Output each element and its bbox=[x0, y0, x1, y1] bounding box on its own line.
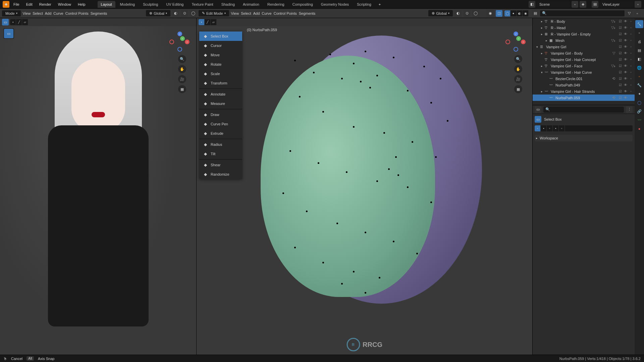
tool-extrude[interactable]: ◆Extrude bbox=[199, 129, 242, 138]
tab-tool-icon[interactable]: 🔧 bbox=[635, 20, 643, 28]
hdr-curve-r[interactable]: Curve bbox=[262, 11, 271, 15]
mode-dropdown-left[interactable]: Mode▾ bbox=[2, 10, 21, 16]
eye-icon[interactable]: 👁 bbox=[623, 77, 628, 80]
eye-icon[interactable]: 👁 bbox=[623, 64, 628, 68]
viewport-left[interactable]: ▭ ▪╱▱ ▭ X Y Z 🔍 ✋ 🎥 ▦ bbox=[0, 18, 197, 355]
hdr-add-r[interactable]: Add bbox=[253, 11, 260, 15]
disclosure-icon[interactable]: ▸ bbox=[540, 64, 543, 68]
tab-modifier-icon[interactable]: 🔧 bbox=[635, 81, 643, 89]
pivot-l[interactable]: ◐ bbox=[172, 10, 179, 17]
tab-texture-paint[interactable]: Texture Paint bbox=[188, 1, 216, 8]
props-options[interactable]: ⋮ bbox=[626, 106, 633, 113]
disclosure-icon[interactable]: ▾ bbox=[535, 45, 539, 49]
tab-compositing[interactable]: Compositing bbox=[289, 1, 316, 8]
shading-modes[interactable]: ◯ ● ◐ ◉ bbox=[504, 10, 529, 16]
tab-scene-icon[interactable]: ◧ bbox=[635, 55, 643, 63]
orient-r[interactable]: ⊕Global▾ bbox=[428, 10, 453, 16]
eye-icon[interactable]: 👁 bbox=[623, 58, 628, 61]
eye-icon[interactable]: 👁 bbox=[623, 51, 628, 55]
hdr-curve-l[interactable]: Curve bbox=[53, 11, 63, 15]
hdr-view-r[interactable]: View bbox=[231, 11, 239, 15]
shading-matprev-icon[interactable]: ◐ bbox=[517, 10, 523, 16]
exclude-icon[interactable]: ☑ bbox=[618, 26, 623, 29]
tab-output-icon[interactable]: 🖨 bbox=[635, 38, 643, 46]
tab-modeling[interactable]: Modeling bbox=[117, 1, 139, 8]
exclude-icon[interactable]: ☑ bbox=[618, 58, 623, 61]
new-scene[interactable]: ▫ bbox=[572, 1, 578, 8]
menu-render[interactable]: Render bbox=[37, 1, 54, 8]
tool-select-l[interactable]: ▭ bbox=[4, 29, 13, 38]
overlay-toggle[interactable]: ◉ bbox=[487, 10, 494, 17]
outliner-search[interactable]: 🔍 bbox=[540, 10, 625, 16]
eye-icon[interactable]: 👁 bbox=[623, 26, 628, 29]
camera-icon[interactable]: 🎥 bbox=[514, 75, 522, 83]
selection-mode-strip[interactable]: ▫ ▪ ▫ ▪ ▫ bbox=[535, 125, 633, 131]
exclude-icon[interactable]: ☑ bbox=[618, 45, 623, 49]
eye-icon[interactable]: 👁 bbox=[623, 70, 628, 74]
tab-data-icon[interactable]: 〰 bbox=[635, 116, 643, 124]
exclude-icon[interactable]: ☑ bbox=[618, 89, 623, 93]
disable-icon[interactable]: ▫ bbox=[629, 39, 633, 42]
eye-icon[interactable]: 👁 bbox=[623, 39, 628, 42]
orient-l[interactable]: ⊕Global▾ bbox=[146, 10, 170, 16]
tool-rotate[interactable]: ◆Rotate bbox=[199, 60, 242, 69]
nav-gizmo-left[interactable]: X Y Z bbox=[169, 32, 190, 52]
tab-material-icon[interactable]: ● bbox=[635, 125, 643, 133]
tab-constraint-icon[interactable]: 🔗 bbox=[635, 107, 643, 115]
hdr-segments-r[interactable]: Segments bbox=[299, 11, 316, 15]
menu-file[interactable]: File bbox=[11, 1, 22, 8]
tool-annotate[interactable]: ◆Annotate bbox=[199, 89, 242, 99]
outliner-row[interactable]: ▸▦Mesh▽₂☑👁▫ bbox=[533, 37, 635, 44]
exclude-icon[interactable]: ☑ bbox=[618, 39, 623, 42]
disable-icon[interactable]: ▫ bbox=[629, 83, 633, 87]
menu-window[interactable]: Window bbox=[55, 1, 74, 8]
eye-icon[interactable]: 👁 bbox=[623, 83, 628, 87]
menu-help[interactable]: Help bbox=[75, 1, 88, 8]
tool-cursor[interactable]: ◆Cursor bbox=[199, 41, 242, 50]
disable-icon[interactable]: ▫ bbox=[629, 96, 633, 100]
tool-randomize[interactable]: ◆Randomize bbox=[199, 170, 242, 179]
viewport-right[interactable]: ▪╱▱ bbox=[197, 18, 533, 355]
exclude-icon[interactable]: ☑ bbox=[618, 19, 623, 23]
camera-icon[interactable]: 🎥 bbox=[178, 75, 186, 83]
hdr-cpoints-r[interactable]: Control Points bbox=[274, 11, 297, 15]
tab-physics-icon[interactable]: ◯ bbox=[635, 99, 643, 107]
outliner-row[interactable]: ▸▽Vampire Girl - Face▽₃☑👁▫ bbox=[533, 63, 635, 69]
tab-layout[interactable]: Layout bbox=[98, 1, 115, 8]
outliner-row[interactable]: ▽Vampire Girl - Hair Concept☑👁▫ bbox=[533, 56, 635, 63]
outliner-row[interactable]: 〰NurbsPath.059⟲☑👁▫ bbox=[533, 95, 635, 101]
disclosure-icon[interactable]: ▸ bbox=[540, 90, 543, 93]
workspace-panel[interactable]: ▸ Workspace bbox=[535, 135, 633, 141]
disable-icon[interactable]: ▫ bbox=[629, 51, 633, 55]
exclude-icon[interactable]: ☑ bbox=[618, 77, 623, 80]
tab-uv-editing[interactable]: UV Editing bbox=[163, 1, 187, 8]
tab-render-icon[interactable]: ▫ bbox=[635, 29, 643, 37]
eye-icon[interactable]: 👁 bbox=[623, 96, 628, 100]
outliner-filter[interactable]: ▽ bbox=[626, 10, 633, 17]
hdr-cpoints-l[interactable]: Control Points bbox=[65, 11, 89, 15]
persp-icon[interactable]: ▦ bbox=[514, 85, 522, 93]
sel-mode-strip-l[interactable]: ▪╱▱ bbox=[10, 19, 28, 25]
eye-icon[interactable]: 👁 bbox=[623, 89, 628, 93]
tool-scale[interactable]: ◆Scale bbox=[199, 69, 242, 78]
exclude-icon[interactable]: ☑ bbox=[618, 70, 623, 74]
pan-icon[interactable]: ✋ bbox=[514, 65, 522, 73]
xray-toggle[interactable]: ◫ bbox=[496, 10, 502, 17]
add-workspace[interactable]: + bbox=[376, 1, 383, 8]
shading-wire-icon[interactable]: ◯ bbox=[504, 10, 511, 16]
tab-object-icon[interactable]: ▫ bbox=[635, 72, 643, 80]
exclude-icon[interactable]: ☑ bbox=[618, 64, 623, 68]
persp-icon[interactable]: ▦ bbox=[178, 85, 186, 93]
tab-animation[interactable]: Animation bbox=[239, 1, 263, 8]
eye-icon[interactable]: 👁 bbox=[623, 19, 628, 23]
tool-radius[interactable]: ◆Radius bbox=[199, 140, 242, 149]
nav-gizmo-right[interactable]: X Y Z bbox=[505, 32, 526, 52]
disable-icon[interactable]: ▫ bbox=[629, 19, 633, 23]
tab-rendering[interactable]: Rendering bbox=[264, 1, 288, 8]
hdr-select-r[interactable]: Select bbox=[241, 11, 251, 15]
hdr-select-l[interactable]: Select bbox=[33, 11, 43, 15]
disclosure-icon[interactable]: ▸ bbox=[540, 26, 543, 29]
disclosure-icon[interactable]: ▸ bbox=[540, 33, 543, 36]
tab-particles-icon[interactable]: ✦ bbox=[635, 90, 643, 98]
exclude-icon[interactable]: ☑ bbox=[618, 32, 623, 36]
